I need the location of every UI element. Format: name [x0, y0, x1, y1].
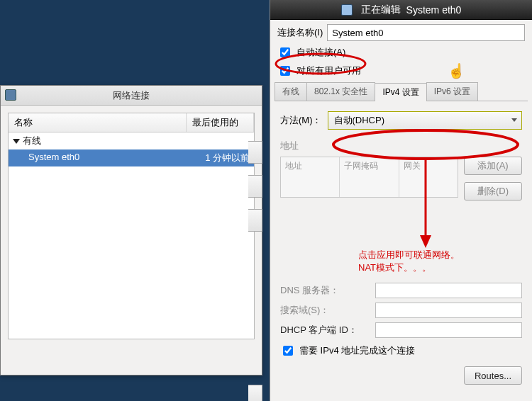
- col-gw: 网关: [399, 157, 458, 197]
- method-row: 方法(M)： 自动(DHCP): [280, 111, 522, 130]
- all-users-label: 对所有用户可用: [297, 64, 361, 77]
- title-name: System eth0: [406, 4, 462, 16]
- add-address-button[interactable]: 添加(A): [464, 157, 522, 175]
- search-domain-row: 搜索域(S)：: [280, 303, 522, 318]
- connection-last-used: 1 分钟以前: [205, 152, 250, 164]
- dns-input[interactable]: [375, 283, 522, 298]
- ipv4-tab-body: 方法(M)： 自动(DHCP) 地址 地址 子网掩码 网关 添加(A) 删除(D…: [270, 101, 532, 390]
- method-value: 自动(DHCP): [334, 114, 385, 127]
- titlebar: 正在编辑 System eth0: [270, 0, 532, 20]
- all-users-row: 对所有用户可用: [277, 64, 525, 78]
- require-ipv4-checkbox[interactable]: [283, 346, 293, 356]
- tab-wired[interactable]: 有线: [275, 82, 307, 101]
- col-name: 名称: [9, 113, 187, 132]
- delete-button-stub[interactable]: [248, 209, 262, 232]
- connection-name-row: 连接名称(I): [277, 24, 525, 41]
- titlebar: 网络连接: [1, 86, 262, 106]
- delete-address-button[interactable]: 删除(D): [464, 182, 522, 200]
- require-ipv4-label: 需要 IPv4 地址完成这个连接: [299, 344, 415, 357]
- tab-8021x[interactable]: 802.1x 安全性: [306, 82, 375, 101]
- col-addr: 地址: [281, 157, 340, 197]
- group-label: 有线: [23, 135, 41, 147]
- auto-connect-row: 自动连接(A): [277, 45, 525, 60]
- auto-connect-label: 自动连接(A): [297, 46, 345, 59]
- title-prefix: 正在编辑: [361, 4, 401, 16]
- close-button-stub[interactable]: [248, 385, 262, 401]
- window-title: 网络连接: [113, 89, 150, 102]
- dhcp-client-row: DHCP 客户端 ID：: [280, 322, 522, 338]
- require-ipv4-row: 需要 IPv4 地址完成这个连接: [280, 344, 522, 358]
- dhcp-client-input[interactable]: [375, 322, 522, 338]
- list-header: 名称 最后使用的: [9, 113, 254, 132]
- method-label: 方法(M)：: [280, 114, 322, 127]
- tabs: 有线 802.1x 安全性 IPv4 设置 IPv6 设置: [275, 82, 528, 101]
- edit-button-stub[interactable]: [248, 175, 262, 198]
- col-last-used: 最后使用的: [187, 113, 254, 132]
- tab-ipv6[interactable]: IPv6 设置: [426, 82, 478, 101]
- chevron-down-icon: [13, 139, 20, 144]
- all-users-checkbox[interactable]: [280, 66, 290, 76]
- auto-connect-checkbox[interactable]: [280, 47, 290, 57]
- connections-list[interactable]: 名称 最后使用的 有线 System eth0 1 分钟以前: [8, 113, 255, 339]
- side-buttons: [248, 141, 262, 401]
- network-connections-window: 网络连接 名称 最后使用的 有线 System eth0 1 分钟以前: [0, 85, 262, 375]
- group-wired[interactable]: 有线: [9, 132, 254, 149]
- dhcp-client-label: DHCP 客户端 ID：: [280, 324, 371, 337]
- routes-button[interactable]: Routes...: [464, 366, 522, 385]
- tab-ipv4[interactable]: IPv4 设置: [375, 83, 426, 101]
- method-combobox[interactable]: 自动(DHCP): [328, 111, 523, 130]
- edit-connection-window: 正在编辑 System eth0 连接名称(I) 自动连接(A) 对所有用户可用…: [270, 0, 532, 401]
- address-table: 地址 子网掩码 网关: [280, 157, 458, 198]
- chevron-down-icon: [511, 118, 517, 122]
- search-domain-input[interactable]: [375, 303, 522, 318]
- dns-label: DNS 服务器：: [280, 284, 371, 297]
- search-domain-label: 搜索域(S)：: [280, 304, 371, 317]
- col-mask: 子网掩码: [340, 157, 399, 197]
- connection-row[interactable]: System eth0 1 分钟以前: [9, 149, 254, 166]
- network-icon: [341, 4, 353, 16]
- connection-name-input[interactable]: [327, 24, 525, 41]
- network-icon: [5, 89, 16, 101]
- annotation-text: 点击应用即可联通网络。 NAT模式下。。。: [358, 249, 522, 274]
- add-button-stub[interactable]: [248, 141, 262, 164]
- connection-name-label: 连接名称(I): [277, 26, 323, 39]
- dns-row: DNS 服务器：: [280, 283, 522, 298]
- connection-name: System eth0: [28, 152, 205, 164]
- address-group-label: 地址: [280, 140, 522, 152]
